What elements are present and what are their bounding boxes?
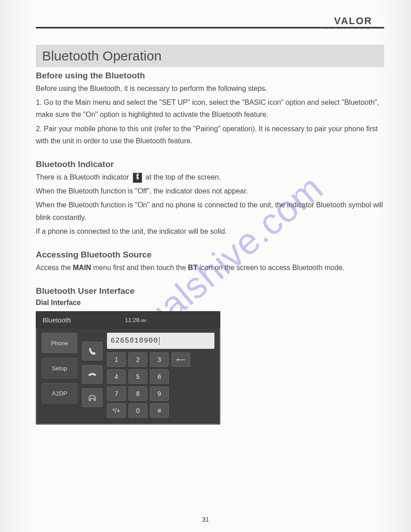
manual-page: VALOR M U L T I M E D I A manualshive.co… <box>0 0 411 532</box>
headset-button[interactable] <box>82 388 103 407</box>
key-8[interactable]: 8 <box>128 386 147 401</box>
before-step2: 2. Pair your mobile phone to this unit (… <box>36 123 384 147</box>
dial-header: Bluetooth 11:28AM <box>36 312 220 328</box>
mid-buttons <box>82 342 103 418</box>
page-number: 31 <box>0 516 411 523</box>
key-1[interactable]: 1 <box>107 352 126 367</box>
dial-interface: Bluetooth 11:28AM Phone Setup A2DP <box>36 311 220 425</box>
heading-ui: Bluetooth User Interface <box>36 286 384 296</box>
key-star[interactable]: */+ <box>107 403 126 418</box>
page-title: Bluetooth Operation <box>36 45 384 67</box>
dial-title: Bluetooth <box>43 316 71 324</box>
key-3[interactable]: 3 <box>150 352 169 367</box>
access-bold1: MAIN <box>73 264 91 271</box>
indicator-line4: If a phone is connected to the unit, the… <box>36 225 384 237</box>
hangup-button[interactable] <box>82 365 103 384</box>
before-intro: Before using the Bluetooth, it is necess… <box>36 82 384 94</box>
keypad: 1 2 3 ⟵ 4 5 6 7 8 9 */+ 0 # <box>107 352 214 418</box>
dial-right: 6265818900 1 2 3 ⟵ 4 5 6 7 8 9 */+ 0 <box>107 333 214 418</box>
indicator-line1a: There is a Bluetooth indicator <box>36 173 129 181</box>
access-text: Access the MAIN menu first and then touc… <box>36 262 384 274</box>
subheading-dial: Dial Interface <box>36 299 384 307</box>
heading-before: Before using the Bluetooth <box>36 71 384 81</box>
number-display: 6265818900 <box>107 333 214 349</box>
cursor <box>159 337 159 345</box>
indicator-line2: When the Bluetooth function is "Off", th… <box>36 185 384 197</box>
key-9[interactable]: 9 <box>150 386 169 401</box>
call-button[interactable] <box>82 342 103 360</box>
tab-phone[interactable]: Phone <box>42 333 77 353</box>
key-4[interactable]: 4 <box>107 369 126 384</box>
indicator-line1b: at the top of the screen. <box>146 173 221 181</box>
key-backspace[interactable]: ⟵ <box>171 352 190 367</box>
heading-indicator: Bluetooth Indicator <box>36 159 384 169</box>
indicator-line3: When the Bluetooth function is "On" and … <box>36 199 384 223</box>
key-2[interactable]: 2 <box>128 352 147 367</box>
dial-clock: 11:28AM <box>125 317 146 323</box>
brand-main: VALOR <box>325 15 381 27</box>
header-rule <box>36 27 384 29</box>
before-step1: 1. Go to the Main menu and select the "S… <box>36 96 384 120</box>
dial-time: 11:28 <box>125 317 140 323</box>
key-5[interactable]: 5 <box>128 369 147 384</box>
key-6[interactable]: 6 <box>150 369 169 384</box>
access-bold2: BT <box>188 264 197 271</box>
key-7[interactable]: 7 <box>107 386 126 401</box>
key-hash[interactable]: # <box>150 403 169 418</box>
dial-ampm: AM <box>140 318 146 323</box>
heading-access: Accessing Bluetooth Source <box>36 250 384 260</box>
access-a: Access the <box>36 264 73 271</box>
indicator-line1: There is a Bluetooth indicator at the to… <box>36 171 384 183</box>
bluetooth-icon <box>133 173 142 183</box>
key-0[interactable]: 0 <box>128 403 147 418</box>
side-tabs: Phone Setup A2DP <box>42 333 77 418</box>
access-b: menu first and then touch the <box>91 264 188 271</box>
tab-a2dp[interactable]: A2DP <box>42 383 77 403</box>
access-c: icon on the screen to access Bluetooth m… <box>197 264 344 271</box>
dial-body: Phone Setup A2DP 6265818900 <box>36 328 220 424</box>
tab-setup[interactable]: Setup <box>42 358 77 378</box>
dialed-number: 6265818900 <box>111 337 158 345</box>
